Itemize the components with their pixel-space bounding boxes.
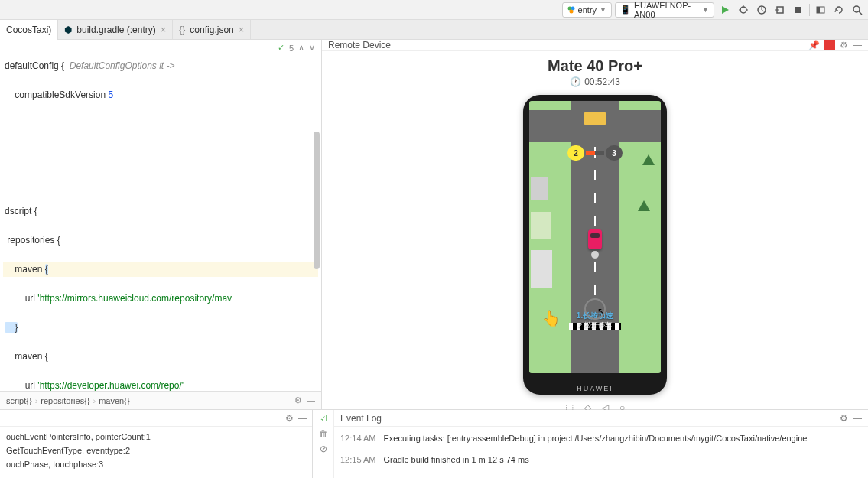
device-selector[interactable]: 📱 HUAWEI NOP-AN00 ▼ bbox=[615, 2, 714, 18]
stop-button[interactable] bbox=[791, 2, 806, 18]
breadcrumb-item[interactable]: repositories{} bbox=[41, 396, 89, 405]
sync-button[interactable] bbox=[831, 2, 847, 18]
code-editor-pane: ✓ 5 ∧ ∨ defaultConfig { DefaultConfigOpt… bbox=[0, 40, 321, 409]
breadcrumb-item[interactable]: script{} bbox=[6, 396, 32, 405]
event-log-header: Event Log ⚙ — bbox=[334, 410, 868, 427]
breadcrumb: script{} › repositories{} › maven{} ⚙ — bbox=[0, 391, 321, 409]
bottom-panels: ⚙ — ouchEventPointersInfo, pointerCount:… bbox=[0, 409, 868, 478]
tab-label: config.json bbox=[190, 24, 233, 35]
close-icon[interactable]: × bbox=[239, 24, 245, 35]
debug-button[interactable] bbox=[736, 2, 751, 18]
chevron-down-icon: ▼ bbox=[702, 6, 709, 14]
svg-point-3 bbox=[740, 7, 746, 13]
building-icon bbox=[531, 250, 552, 288]
editor-tabs: CocosTaxi) ⬢ build.gradle (:entry) × {} … bbox=[0, 20, 868, 40]
log-line: GetTouchEventType, eventtype:2 bbox=[6, 444, 306, 457]
building-icon bbox=[531, 212, 551, 239]
minimize-icon[interactable]: — bbox=[853, 40, 862, 50]
event-log-body[interactable]: 12:14 AM Executing tasks: [:entry:assemb… bbox=[334, 427, 868, 478]
event-log-pane: ☑ 🗑 ⊘ Event Log ⚙ — 12:14 AM Executing t… bbox=[312, 410, 868, 478]
json-icon: {} bbox=[179, 24, 185, 35]
phone-screen[interactable]: 2 3 👆 1.长按加速 2.松开停车 ↖ bbox=[529, 101, 661, 373]
clock-icon: 🕐 bbox=[570, 76, 581, 87]
arrow-down-icon[interactable]: ∨ bbox=[309, 43, 315, 53]
cursor-icon: ↖ bbox=[597, 306, 605, 317]
event-time: 12:14 AM bbox=[340, 431, 375, 445]
pin-icon[interactable]: 📌 bbox=[808, 40, 820, 50]
attach-button[interactable] bbox=[772, 2, 788, 18]
main-split: ✓ 5 ∧ ∨ defaultConfig { DefaultConfigOpt… bbox=[0, 40, 868, 409]
device-content: Mate 40 Pro+ 🕐 00:52:43 bbox=[322, 51, 868, 413]
minimize-icon[interactable]: — bbox=[298, 413, 307, 424]
tab-build-gradle[interactable]: ⬢ build.gradle (:entry) × bbox=[58, 20, 173, 40]
gear-icon[interactable]: ⚙ bbox=[285, 413, 294, 424]
tab-config-json[interactable]: {} config.json × bbox=[173, 20, 251, 40]
svg-line-14 bbox=[859, 11, 862, 15]
event-log-row: 12:15 AM Gradle build finished in 1 m 12… bbox=[340, 453, 862, 467]
event-message: Gradle build finished in 1 m 12 s 74 ms bbox=[383, 453, 528, 467]
log-line: ouchEventPointersInfo, pointerCount:1 bbox=[6, 430, 306, 444]
finger-icon: 👆 bbox=[541, 309, 561, 327]
score-left: 2 bbox=[567, 145, 584, 161]
event-log-row: 12:14 AM Executing tasks: [:entry:assemb… bbox=[340, 431, 862, 445]
device-model: Mate 40 Pro+ bbox=[548, 57, 642, 75]
minimize-icon[interactable]: — bbox=[853, 413, 862, 424]
smoke-icon bbox=[591, 251, 599, 259]
device-timer: 🕐 00:52:43 bbox=[570, 76, 620, 87]
profile-button[interactable] bbox=[754, 2, 769, 18]
phone-frame: 2 3 👆 1.长按加速 2.松开停车 ↖ HUAWEI bbox=[523, 95, 667, 395]
chevron-down-icon: ▼ bbox=[600, 6, 606, 14]
gear-icon[interactable]: ⚙ bbox=[840, 413, 848, 424]
event-log-gutter: ☑ 🗑 ⊘ bbox=[313, 410, 334, 478]
check-icon[interactable]: ☑ bbox=[319, 413, 327, 424]
code-editor[interactable]: defaultConfig { DefaultConfigOptions it … bbox=[0, 40, 321, 391]
project-structure-button[interactable] bbox=[813, 2, 828, 18]
score-right: 3 bbox=[606, 145, 623, 161]
module-selector[interactable]: entry ▼ bbox=[562, 2, 612, 18]
log-line: ouchPhase, touchphase:3 bbox=[6, 457, 306, 471]
filter-icon[interactable]: ⊘ bbox=[320, 444, 327, 454]
player-car bbox=[588, 229, 602, 249]
phone-brand: HUAWEI bbox=[523, 385, 667, 392]
svg-point-2 bbox=[569, 9, 573, 13]
arrow-up-icon[interactable]: ∧ bbox=[298, 43, 304, 53]
chevron-right-icon: › bbox=[93, 396, 96, 405]
svg-rect-12 bbox=[817, 7, 820, 13]
check-icon: ✓ bbox=[278, 43, 284, 53]
module-label: entry bbox=[578, 5, 597, 15]
remote-device-header: Remote Device 📌 ⚙ — bbox=[322, 40, 868, 51]
console-header: ⚙ — bbox=[0, 410, 312, 427]
progress-bar bbox=[586, 151, 604, 155]
game-truck bbox=[584, 112, 606, 125]
module-icon bbox=[567, 6, 575, 14]
gear-icon[interactable]: ⚙ bbox=[294, 395, 302, 405]
tab-label: build.gradle (:entry) bbox=[76, 24, 155, 35]
gear-icon[interactable]: ⚙ bbox=[840, 40, 848, 50]
console-output[interactable]: ouchEventPointersInfo, pointerCount:1 Ge… bbox=[0, 427, 312, 478]
close-icon[interactable]: × bbox=[161, 24, 167, 35]
trash-icon[interactable]: 🗑 bbox=[319, 428, 328, 439]
building-icon bbox=[531, 177, 548, 200]
chevron-right-icon: › bbox=[35, 396, 38, 405]
panel-title: Event Log bbox=[340, 413, 382, 424]
tab-label: CocosTaxi) bbox=[6, 24, 51, 35]
tab-cocostaxi[interactable]: CocosTaxi) bbox=[0, 20, 58, 40]
run-button[interactable] bbox=[717, 2, 733, 18]
inspection-count: 5 bbox=[289, 44, 294, 53]
svg-point-13 bbox=[853, 6, 860, 12]
console-pane: ⚙ — ouchEventPointersInfo, pointerCount:… bbox=[0, 410, 312, 478]
stop-remote-button[interactable] bbox=[824, 40, 835, 50]
tree-icon bbox=[638, 200, 650, 211]
vertical-scrollbar[interactable] bbox=[314, 132, 320, 269]
breadcrumb-item[interactable]: maven{} bbox=[99, 396, 129, 405]
inspection-widget: ✓ 5 ∧ ∨ bbox=[278, 43, 315, 53]
main-toolbar: entry ▼ 📱 HUAWEI NOP-AN00 ▼ bbox=[0, 0, 868, 20]
gradle-icon: ⬢ bbox=[64, 24, 72, 35]
search-button[interactable] bbox=[850, 2, 865, 18]
minimize-icon[interactable]: — bbox=[307, 395, 315, 405]
event-time: 12:15 AM bbox=[340, 453, 375, 467]
device-label: HUAWEI NOP-AN00 bbox=[634, 1, 699, 19]
remote-device-pane: Remote Device 📌 ⚙ — Mate 40 Pro+ 🕐 00:52… bbox=[321, 40, 868, 409]
panel-title: Remote Device bbox=[328, 40, 391, 50]
phone-icon: 📱 bbox=[620, 5, 631, 15]
